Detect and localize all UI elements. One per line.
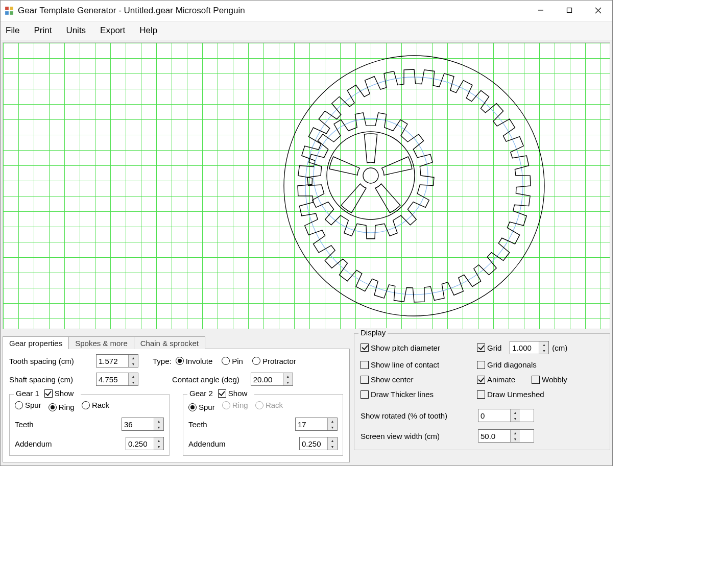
gear2-ring: Ring [222,401,248,409]
display-title: Display [358,328,388,337]
menu-export[interactable]: Export [100,26,125,36]
type-involute[interactable]: Involute [176,357,213,365]
left-panel: Gear properties Spokes & more Chain & sp… [3,333,350,462]
gear2-group: Gear 2 Show Spur Ring Rack Teeth ▲▼ [183,394,343,456]
shaft-spacing-label: Shaft spacing (cm) [9,375,92,384]
shaft-spacing-input[interactable]: ▲▼ [96,373,138,386]
tooth-spacing-label: Tooth spacing (cm) [9,357,92,365]
gear2-show[interactable]: Show [218,389,248,398]
type-protractor[interactable]: Protractor [252,357,296,365]
right-panel: Display Show pitch diameter Grid ▲▼ (cm)… [354,333,610,462]
tab-gear-properties[interactable]: Gear properties [3,336,69,349]
app-icon [5,6,14,15]
show-rotated-input[interactable]: ▲▼ [478,409,534,422]
window-title: Gear Template Generator - Untitled.gear … [18,6,245,16]
show-center[interactable]: Show center [361,375,413,384]
type-label: Type: [153,357,172,365]
draw-thicker-lines[interactable]: Draw Thicker lines [361,390,434,399]
show-line-of-contact[interactable]: Show line of contact [361,360,439,369]
maximize-button[interactable] [555,1,584,20]
gear1-ring[interactable]: Ring [49,403,75,411]
spin-down-icon: ▼ [129,361,138,367]
view-width-input[interactable]: ▲▼ [478,429,534,443]
view-width-label: Screen view width (cm) [361,432,478,440]
svg-rect-5 [567,8,572,13]
menu-units[interactable]: Units [66,26,86,36]
svg-rect-1 [10,7,13,10]
svg-point-10 [314,118,428,233]
drawing-canvas[interactable] [3,42,610,329]
display-group: Display Show pitch diameter Grid ▲▼ (cm)… [354,333,610,450]
tab-body: Tooth spacing (cm) ▲▼ Type: Involute Pin… [3,349,350,462]
contact-angle-label: Contact angle (deg) [172,375,239,384]
svg-rect-2 [5,11,9,15]
gear2-title: Gear 2 [189,389,213,398]
gear1-title: Gear 1 [16,389,39,398]
contact-angle-input[interactable]: ▲▼ [251,373,293,386]
gear1-teeth-input[interactable]: ▲▼ [122,418,164,431]
app-window: Gear Template Generator - Untitled.gear … [0,0,613,466]
menubar: File Print Units Export Help [1,21,612,40]
animate[interactable]: Animate [477,375,515,384]
svg-rect-0 [5,7,9,10]
gear1-spur[interactable]: Spur [15,401,41,409]
spur-gear-drawing [304,109,437,242]
grid-size-input[interactable]: ▲▼ [510,341,549,354]
bottom-panels: Gear properties Spokes & more Chain & sp… [1,331,612,465]
gear2-addendum-input[interactable]: ▲▼ [299,437,338,450]
tab-chain-sprocket[interactable]: Chain & sprocket [134,336,205,349]
gear2-addendum-label: Addendum [188,439,226,448]
gear2-rack: Rack [255,401,283,409]
gear1-rack[interactable]: Rack [82,401,109,409]
svg-rect-3 [10,11,13,15]
minimize-button[interactable] [526,1,555,20]
show-grid[interactable]: Grid [477,344,501,352]
menu-print[interactable]: Print [34,26,52,36]
menu-help[interactable]: Help [139,26,157,36]
menu-file[interactable]: File [6,26,19,36]
gear1-group: Gear 1 Show Spur Ring Rack Teeth ▲▼ [9,394,170,456]
type-pin[interactable]: Pin [222,357,243,365]
wobbly[interactable]: Wobbly [532,375,567,384]
tab-spokes-more[interactable]: Spokes & more [68,336,134,349]
draw-unmeshed[interactable]: Draw Unmeshed [477,390,544,399]
gear2-spur[interactable]: Spur [188,403,215,411]
titlebar: Gear Template Generator - Untitled.gear … [1,1,612,21]
grid-unit: (cm) [552,344,567,352]
gear1-addendum-label: Addendum [15,439,52,448]
tabs: Gear properties Spokes & more Chain & sp… [3,333,350,349]
window-controls [526,1,612,20]
show-rotated-label: Show rotated (% of tooth) [361,411,478,420]
gear1-show[interactable]: Show [44,389,74,398]
gear1-addendum-input[interactable]: ▲▼ [126,437,164,450]
gear2-teeth-input[interactable]: ▲▼ [295,418,338,431]
close-button[interactable] [584,1,612,20]
svg-point-11 [327,132,415,219]
gear1-teeth-label: Teeth [15,420,34,429]
grid-diagonals[interactable]: Grid diagonals [477,360,537,369]
gear2-teeth-label: Teeth [188,420,207,429]
svg-point-12 [363,168,378,183]
show-pitch-diameter[interactable]: Show pitch diameter [361,344,440,352]
spin-up-icon: ▲ [129,355,138,361]
tooth-spacing-input[interactable]: ▲▼ [96,354,138,368]
